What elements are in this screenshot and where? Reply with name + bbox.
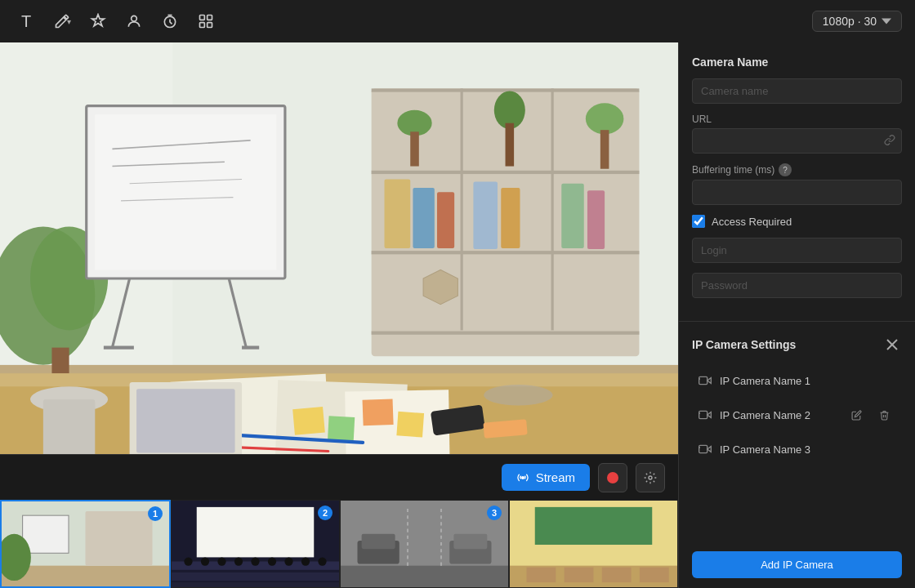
stream-icon (516, 471, 529, 484)
svg-rect-14 (461, 88, 463, 330)
ip-camera-name-2: IP Camera Name 2 (720, 409, 837, 421)
svg-rect-23 (413, 188, 434, 248)
svg-point-20 (586, 103, 624, 134)
camera-settings-section: Camera Name URL Buf (679, 42, 915, 322)
svg-rect-26 (501, 188, 520, 248)
thumbnail-4[interactable] (509, 500, 678, 588)
svg-rect-22 (385, 179, 411, 248)
camera-icon-2 (699, 408, 712, 421)
url-group: URL (692, 114, 902, 154)
buffering-label: Buffering time (ms) ? (692, 163, 902, 176)
svg-rect-49 (292, 407, 325, 435)
svg-rect-104 (699, 445, 707, 452)
svg-rect-102 (699, 411, 707, 418)
svg-rect-28 (587, 190, 605, 249)
left-section: Stream (0, 42, 678, 588)
ip-camera-item-2[interactable]: IP Camera Name 2 (692, 395, 902, 434)
svg-rect-11 (372, 171, 640, 174)
pen-tool-btn[interactable]: ▾ (49, 8, 75, 34)
thumb-number-2: 2 (318, 506, 333, 520)
ip-camera-item-1[interactable]: IP Camera Name 1 (692, 366, 902, 395)
svg-rect-67 (23, 515, 69, 553)
camera-name-input[interactable] (692, 78, 902, 104)
svg-rect-17 (410, 131, 419, 166)
camera-2-actions (845, 403, 895, 426)
svg-rect-15 (551, 88, 554, 330)
thumbnail-1[interactable]: 1 (0, 500, 171, 588)
grid-tool-btn[interactable] (193, 8, 219, 34)
svg-rect-25 (473, 182, 498, 249)
ip-camera-name-3: IP Camera Name 3 (720, 443, 895, 456)
ip-camera-panel: IP Camera Settings IP Cam (679, 322, 915, 541)
svg-rect-93 (535, 507, 653, 545)
svg-point-61 (484, 385, 553, 405)
thumbnail-3[interactable]: 3 (340, 500, 509, 588)
svg-rect-100 (699, 376, 707, 384)
add-ip-camera-button[interactable]: Add IP Camera (692, 551, 902, 578)
video-area (0, 42, 678, 454)
svg-point-82 (318, 557, 326, 565)
timer-tool-btn[interactable] (157, 8, 183, 34)
thumb-number-3: 3 (487, 506, 502, 520)
svg-rect-24 (437, 192, 454, 248)
access-required-row: Access Required (692, 215, 902, 228)
effects-tool-btn[interactable] (85, 8, 111, 34)
ip-camera-panel-close[interactable] (882, 335, 902, 354)
resolution-label: 1080p · 30 (823, 15, 877, 28)
buffering-group: Buffering time (ms) ? 1000 (692, 163, 902, 205)
svg-rect-88 (362, 534, 395, 549)
main-area: Stream (0, 42, 915, 588)
password-input[interactable] (692, 273, 902, 298)
svg-rect-52 (396, 412, 424, 438)
svg-point-77 (234, 557, 243, 565)
url-input[interactable] (692, 128, 902, 154)
text-tool-btn[interactable]: T (13, 8, 39, 34)
thumbnail-strip: 1 (0, 500, 678, 588)
stream-button[interactable]: Stream (502, 464, 590, 491)
login-group (692, 238, 902, 263)
svg-rect-72 (172, 572, 339, 581)
svg-rect-50 (328, 416, 355, 441)
svg-rect-2 (200, 16, 205, 20)
svg-rect-90 (453, 534, 487, 549)
svg-point-80 (284, 557, 292, 565)
thumbnail-2[interactable]: 2 (171, 500, 340, 588)
toolbar: T ▾ 1080p · 30 (0, 0, 915, 42)
camera-2-delete-btn[interactable] (873, 403, 895, 426)
svg-rect-97 (640, 568, 669, 582)
buffering-help-icon[interactable]: ? (779, 163, 792, 176)
svg-rect-13 (372, 332, 640, 335)
svg-point-62 (521, 476, 524, 479)
svg-rect-21 (600, 130, 609, 169)
svg-rect-4 (200, 23, 205, 28)
record-indicator (607, 472, 618, 483)
svg-rect-19 (506, 123, 515, 167)
record-button[interactable] (598, 463, 627, 492)
svg-point-0 (132, 16, 137, 21)
url-input-wrapper (692, 128, 902, 154)
url-label: URL (692, 114, 902, 125)
ip-camera-panel-header: IP Camera Settings (692, 335, 902, 354)
buffering-input[interactable]: 1000 (692, 180, 902, 205)
camera-2-edit-btn[interactable] (845, 403, 868, 426)
person-tool-btn[interactable] (121, 8, 147, 34)
svg-rect-12 (372, 251, 640, 254)
svg-rect-94 (527, 568, 556, 582)
svg-rect-73 (172, 582, 339, 587)
camera-settings-title: Camera Name (692, 56, 902, 69)
svg-rect-66 (86, 511, 153, 566)
svg-rect-10 (372, 88, 640, 91)
access-required-label: Access Required (712, 216, 792, 228)
ip-camera-item-3[interactable]: IP Camera Name 3 (692, 434, 902, 464)
svg-point-75 (201, 557, 209, 565)
stream-btn-label: Stream (536, 470, 575, 484)
svg-point-76 (217, 557, 225, 565)
svg-rect-3 (208, 16, 212, 20)
svg-rect-96 (602, 568, 632, 582)
svg-rect-5 (208, 23, 212, 28)
thumb-number-1: 1 (148, 506, 163, 521)
resolution-selector[interactable]: 1080p · 30 (812, 11, 902, 32)
settings-button[interactable] (636, 463, 665, 492)
access-required-checkbox[interactable] (692, 215, 705, 228)
login-input[interactable] (692, 238, 902, 263)
